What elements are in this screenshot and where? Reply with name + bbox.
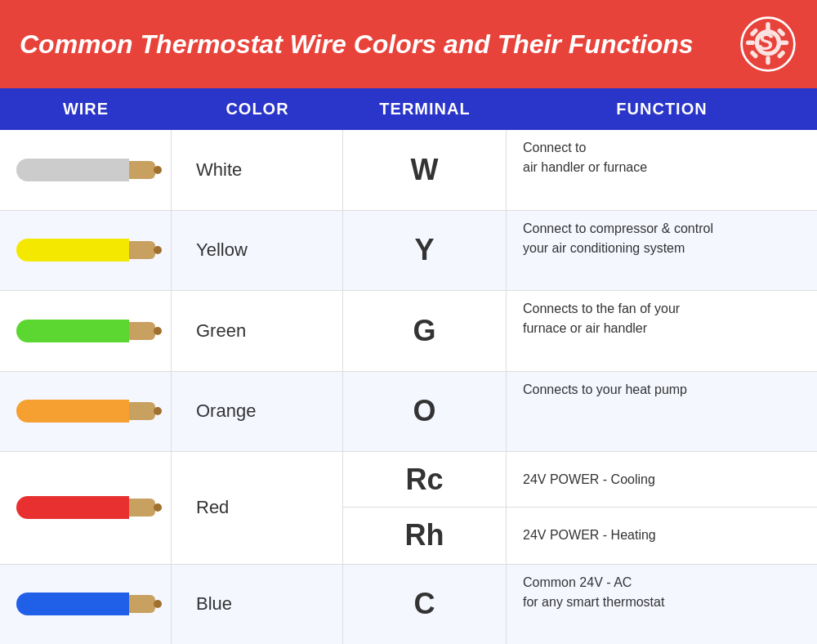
- svg-rect-2: [766, 56, 770, 65]
- function-line1: Common 24V - AC: [523, 573, 632, 593]
- color-label-orange: Orange: [172, 372, 343, 452]
- wire-body: [16, 239, 129, 262]
- function-yellow: Connect to compressor & control your air…: [507, 211, 817, 291]
- wire-cell-red: [0, 452, 172, 564]
- function-line2: furnace or air handler: [523, 319, 647, 338]
- color-label-white: White: [172, 130, 343, 210]
- function-line1: Connects to your heat pump: [523, 380, 687, 400]
- wire-cell-yellow: [0, 211, 172, 291]
- function-rc: 24V POWER - Cooling: [507, 452, 817, 508]
- svg-rect-4: [779, 41, 788, 45]
- svg-text:S: S: [757, 29, 773, 55]
- function-line1: Connects to the fan of your: [523, 299, 680, 319]
- wire-body: [16, 496, 129, 519]
- wire-visual-green: [16, 320, 155, 342]
- terminal-blue: C: [343, 565, 507, 645]
- col-terminal: TERMINAL: [343, 88, 507, 130]
- table-row: Blue C Common 24V - AC for any smart the…: [0, 565, 817, 645]
- color-label-blue: Blue: [172, 565, 343, 645]
- color-label-yellow: Yellow: [172, 211, 343, 291]
- wire-visual-red: [16, 496, 155, 519]
- function-orange: Connects to your heat pump: [507, 372, 817, 452]
- wire-tip: [129, 595, 155, 613]
- function-line1: Connect to: [523, 138, 586, 158]
- color-label-green: Green: [172, 291, 343, 371]
- page-wrapper: Common Thermostat Wire Colors and Their …: [0, 0, 817, 644]
- function-line2: for any smart thermostat: [523, 593, 664, 612]
- function-line1: Connect to compressor & control: [523, 219, 713, 239]
- terminal-yellow: Y: [343, 211, 507, 291]
- wire-tip: [129, 322, 155, 340]
- wire-visual-white: [16, 159, 155, 181]
- terminal-rc: Rc: [343, 452, 507, 508]
- header: Common Thermostat Wire Colors and Their …: [0, 0, 817, 88]
- col-function: FUNCTION: [507, 88, 817, 130]
- table-row: Orange O Connects to your heat pump: [0, 372, 817, 453]
- function-white: Connect to air handler or furnace: [507, 130, 817, 210]
- col-wire: WIRE: [0, 88, 172, 130]
- column-headers: WIRE COLOR TERMINAL FUNCTION: [0, 88, 817, 130]
- table-row: White W Connect to air handler or furnac…: [0, 130, 817, 211]
- terminal-white: W: [343, 130, 507, 210]
- wire-body: [16, 593, 129, 615]
- table-row: Green G Connects to the fan of your furn…: [0, 291, 817, 372]
- wire-cell-blue: [0, 565, 172, 645]
- wire-cell-white: [0, 130, 172, 210]
- wire-visual-blue: [16, 593, 155, 615]
- function-rh: 24V POWER - Heating: [507, 508, 817, 563]
- wire-cell-green: [0, 291, 172, 371]
- logo-icon: S: [739, 15, 797, 74]
- table-row: Yellow Y Connect to compressor & control…: [0, 211, 817, 292]
- wire-body: [16, 320, 129, 342]
- function-line2: air handler or furnace: [523, 158, 647, 177]
- wire-body: [16, 400, 129, 423]
- function-blue: Common 24V - AC for any smart thermostat: [507, 565, 817, 645]
- wire-visual-orange: [16, 400, 155, 423]
- terminal-orange: O: [343, 372, 507, 452]
- function-green: Connects to the fan of your furnace or a…: [507, 291, 817, 371]
- wire-body: [16, 159, 129, 181]
- function-line2: your air conditioning system: [523, 239, 685, 258]
- terminal-rh: Rh: [343, 508, 507, 563]
- svg-rect-3: [746, 41, 755, 45]
- page-title: Common Thermostat Wire Colors and Their …: [20, 29, 739, 60]
- table-body: White W Connect to air handler or furnac…: [0, 130, 817, 644]
- wire-tip: [129, 499, 155, 517]
- wire-tip: [129, 402, 155, 420]
- wire-visual-yellow: [16, 239, 155, 262]
- wire-cell-orange: [0, 372, 172, 452]
- wire-tip: [129, 241, 155, 259]
- terminal-green: G: [343, 291, 507, 371]
- color-label-red: Red: [172, 452, 343, 564]
- table-row-red: Red Rc 24V POWER - Cooling Rh 24V POWER …: [0, 452, 817, 565]
- wire-tip: [129, 161, 155, 179]
- col-color: COLOR: [172, 88, 343, 130]
